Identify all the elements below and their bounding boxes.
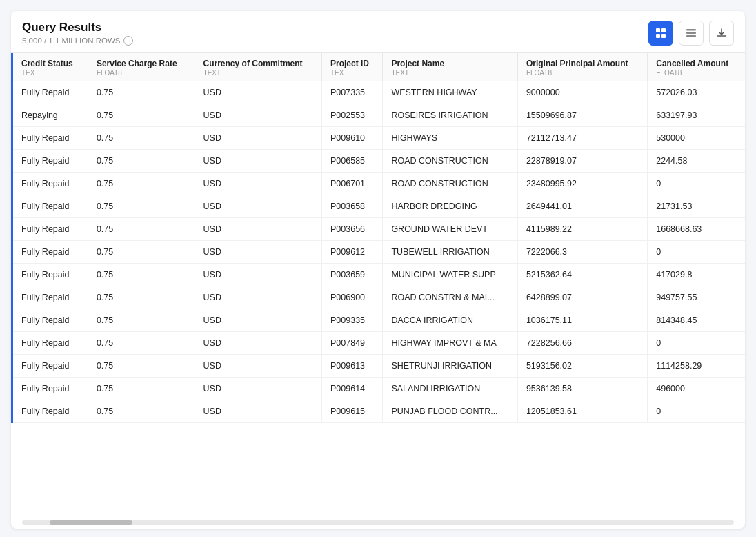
cell-cancelled-amount: 21731.53 <box>648 195 745 218</box>
cell-project-id: P009613 <box>321 355 382 378</box>
cell-original-principal: 72112713.47 <box>517 127 647 150</box>
cell-credit-status: Fully Repaid <box>12 355 88 378</box>
panel-subtitle: 5,000 / 1.1 MILLION ROWS i <box>22 36 133 46</box>
cell-currency: USD <box>195 195 321 218</box>
cell-currency: USD <box>195 150 321 173</box>
cell-project-name: ROAD CONSTRN & MAI... <box>383 286 518 309</box>
cell-project-id: P003656 <box>321 218 382 241</box>
info-icon[interactable]: i <box>123 36 133 46</box>
download-icon <box>716 28 727 39</box>
cell-currency: USD <box>195 264 321 286</box>
cell-project-id: P003659 <box>321 264 382 286</box>
header-left: Query Results 5,000 / 1.1 MILLION ROWS i <box>22 21 133 46</box>
table-row[interactable]: Fully Repaid0.75USDP006585ROAD CONSTRUCT… <box>12 150 746 173</box>
table-row[interactable]: Fully Repaid0.75USDP003658HARBOR DREDGIN… <box>12 195 746 218</box>
col-cancelled-amount[interactable]: Cancelled Amount FLOAT8 <box>648 53 745 81</box>
cell-original-principal: 12051853.61 <box>517 400 647 423</box>
cell-service-charge-rate: 0.75 <box>88 218 195 241</box>
table-row[interactable]: Fully Repaid0.75USDP009615PUNJAB FLOOD C… <box>12 400 746 423</box>
col-original-principal[interactable]: Original Principal Amount FLOAT8 <box>517 53 647 81</box>
table-body: Fully Repaid0.75USDP007335WESTERN HIGHWA… <box>12 81 746 423</box>
cell-service-charge-rate: 0.75 <box>88 81 195 104</box>
cell-cancelled-amount: 0 <box>648 173 745 195</box>
col-service-charge-rate[interactable]: Service Charge Rate FLOAT8 <box>88 53 195 81</box>
cell-currency: USD <box>195 127 321 150</box>
cell-cancelled-amount: 496000 <box>648 378 745 400</box>
row-count-label: 5,000 / 1.1 MILLION ROWS <box>22 37 121 45</box>
table-row[interactable]: Fully Repaid0.75USDP006900ROAD CONSTRN &… <box>12 286 746 309</box>
cell-original-principal: 5215362.64 <box>517 264 647 286</box>
panel-header: Query Results 5,000 / 1.1 MILLION ROWS i <box>11 11 745 53</box>
col-currency-of-commitment[interactable]: Currency of Commitment TEXT <box>195 53 321 81</box>
cell-credit-status: Repaying <box>12 104 88 127</box>
cell-currency: USD <box>195 241 321 264</box>
cell-service-charge-rate: 0.75 <box>88 195 195 218</box>
cell-cancelled-amount: 572026.03 <box>648 81 745 104</box>
cell-currency: USD <box>195 286 321 309</box>
table-row[interactable]: Fully Repaid0.75USDP007849HIGHWAY IMPROV… <box>12 332 746 355</box>
cell-original-principal: 7222066.3 <box>517 241 647 264</box>
cell-project-id: P009335 <box>321 309 382 332</box>
horizontal-scrollbar[interactable] <box>22 520 734 525</box>
col-project-id[interactable]: Project ID TEXT <box>321 53 382 81</box>
cell-currency: USD <box>195 81 321 104</box>
cell-credit-status: Fully Repaid <box>12 264 88 286</box>
col-credit-status[interactable]: Credit Status TEXT <box>12 53 88 81</box>
cell-project-name: ROSEIRES IRRIGATION <box>383 104 518 127</box>
cell-credit-status: Fully Repaid <box>12 150 88 173</box>
table-row[interactable]: Fully Repaid0.75USDP003656GROUND WATER D… <box>12 218 746 241</box>
cell-currency: USD <box>195 309 321 332</box>
cell-credit-status: Fully Repaid <box>12 241 88 264</box>
cell-project-name: HARBOR DREDGING <box>383 195 518 218</box>
cell-original-principal: 1036175.11 <box>517 309 647 332</box>
grid-view-button[interactable] <box>648 21 673 46</box>
cell-currency: USD <box>195 173 321 195</box>
cell-cancelled-amount: 417029.8 <box>648 264 745 286</box>
table-row[interactable]: Repaying0.75USDP002553ROSEIRES IRRIGATIO… <box>12 104 746 127</box>
cell-project-id: P006900 <box>321 286 382 309</box>
list-view-button[interactable] <box>679 21 704 46</box>
cell-original-principal: 9536139.58 <box>517 378 647 400</box>
cell-service-charge-rate: 0.75 <box>88 264 195 286</box>
table-row[interactable]: Fully Repaid0.75USDP003659MUNICIPAL WATE… <box>12 264 746 286</box>
svg-rect-1 <box>662 28 666 32</box>
cell-project-id: P002553 <box>321 104 382 127</box>
cell-service-charge-rate: 0.75 <box>88 309 195 332</box>
cell-currency: USD <box>195 332 321 355</box>
table-wrapper[interactable]: Credit Status TEXT Service Charge Rate F… <box>11 53 745 516</box>
cell-cancelled-amount: 2244.58 <box>648 150 745 173</box>
cell-original-principal: 4115989.22 <box>517 218 647 241</box>
download-button[interactable] <box>709 21 734 46</box>
cell-credit-status: Fully Repaid <box>12 218 88 241</box>
cell-original-principal: 7228256.66 <box>517 332 647 355</box>
table-row[interactable]: Fully Repaid0.75USDP006701ROAD CONSTRUCT… <box>12 173 746 195</box>
cell-cancelled-amount: 0 <box>648 332 745 355</box>
cell-service-charge-rate: 0.75 <box>88 127 195 150</box>
cell-cancelled-amount: 530000 <box>648 127 745 150</box>
table-row[interactable]: Fully Repaid0.75USDP009610HIGHWAYS721127… <box>12 127 746 150</box>
cell-credit-status: Fully Repaid <box>12 286 88 309</box>
scrollbar-thumb[interactable] <box>50 520 132 525</box>
table-row[interactable]: Fully Repaid0.75USDP009612TUBEWELL IRRIG… <box>12 241 746 264</box>
cell-project-name: HIGHWAYS <box>383 127 518 150</box>
table-header: Credit Status TEXT Service Charge Rate F… <box>12 53 746 81</box>
table-row[interactable]: Fully Repaid0.75USDP007335WESTERN HIGHWA… <box>12 81 746 104</box>
cell-project-id: P003658 <box>321 195 382 218</box>
query-results-panel: Query Results 5,000 / 1.1 MILLION ROWS i <box>11 11 745 529</box>
col-project-name[interactable]: Project Name TEXT <box>383 53 518 81</box>
table-row[interactable]: Fully Repaid0.75USDP009335DACCA IRRIGATI… <box>12 309 746 332</box>
header-actions <box>648 21 734 46</box>
table-row[interactable]: Fully Repaid0.75USDP009614SALANDI IRRIGA… <box>12 378 746 400</box>
table-row[interactable]: Fully Repaid0.75USDP009613SHETRUNJI IRRI… <box>12 355 746 378</box>
cell-cancelled-amount: 633197.93 <box>648 104 745 127</box>
cell-project-id: P009615 <box>321 400 382 423</box>
cell-project-name: TUBEWELL IRRIGATION <box>383 241 518 264</box>
cell-original-principal: 9000000 <box>517 81 647 104</box>
cell-cancelled-amount: 814348.45 <box>648 309 745 332</box>
cell-service-charge-rate: 0.75 <box>88 332 195 355</box>
cell-original-principal: 23480995.92 <box>517 173 647 195</box>
cell-credit-status: Fully Repaid <box>12 195 88 218</box>
cell-project-name: MUNICIPAL WATER SUPP <box>383 264 518 286</box>
svg-rect-0 <box>656 28 660 32</box>
cell-credit-status: Fully Repaid <box>12 400 88 423</box>
